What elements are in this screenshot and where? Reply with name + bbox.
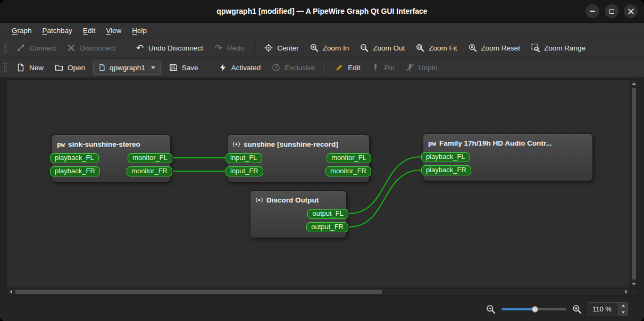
node-title: Discord Output: [266, 196, 319, 204]
zoom-reset-button[interactable]: Zoom Reset: [463, 40, 525, 55]
port-sink-monitor_FR[interactable]: monitor_FR: [127, 166, 172, 176]
port-row: playback_FL: [423, 151, 592, 164]
activated-button[interactable]: Activated: [213, 60, 266, 75]
exclusive-button: f Exclusive: [266, 60, 320, 75]
spin-down-button[interactable]: [619, 309, 628, 316]
titlebar[interactable]: qpwgraph1 [modified] — A PipeWire Graph …: [0, 0, 644, 23]
menu-view-label: View: [106, 27, 121, 35]
toolbar-grip[interactable]: [3, 62, 7, 73]
pipewire-icon: pw: [428, 139, 436, 147]
undo-disconnect-button[interactable]: ↶ Undo Disconnect: [130, 40, 208, 55]
zoom-slider-handle[interactable]: [532, 306, 538, 312]
center-button[interactable]: Center: [259, 40, 304, 55]
node-title: Family 17h/19h HD Audio Contr...: [439, 139, 552, 147]
redo-icon: ↷: [214, 43, 223, 53]
horizontal-scrollbar-thumb[interactable]: [15, 290, 382, 294]
close-button[interactable]: [624, 4, 638, 18]
port-discord-output_FR[interactable]: output_FR: [306, 222, 348, 232]
node-title: sunshine [sunshine-record]: [244, 140, 338, 148]
menu-graph-label: Graph: [12, 27, 32, 35]
port-row: input_FLmonitor_FL: [228, 152, 369, 165]
port-sink-playback_FL[interactable]: playback_FL: [50, 153, 99, 163]
zoom-spinbox[interactable]: 110 %: [588, 302, 628, 316]
port-sunshine-input_FR[interactable]: input_FR: [225, 166, 263, 176]
disconnect-label: Disconnect: [80, 44, 115, 52]
port-family-playback_FR[interactable]: playback_FR: [421, 165, 471, 175]
window-title: qpwgraph1 [modified] — A PipeWire Graph …: [216, 7, 427, 15]
activated-bolt-icon: [218, 63, 228, 72]
edit-button[interactable]: Edit: [330, 60, 365, 75]
activated-label: Activated: [231, 64, 261, 72]
connect-button: Connect: [11, 40, 61, 55]
save-icon: [169, 63, 178, 72]
toolbar-separator: [208, 62, 208, 73]
menubar: Graph Patchbay Edit View Help: [0, 23, 644, 38]
edit-label: Edit: [348, 64, 360, 72]
port-row: playback_FLmonitor_FL: [52, 152, 170, 165]
graph-canvas[interactable]: pwsink-sunshine-stereoplayback_FLmonitor…: [6, 79, 630, 288]
menu-graph[interactable]: Graph: [6, 23, 37, 38]
undo-label: Undo Disconnect: [148, 44, 203, 52]
zoom-in-small-icon[interactable]: [572, 305, 582, 314]
port-row: input_FRmonitor_FR: [228, 165, 369, 179]
center-icon: [264, 43, 273, 53]
scroll-right-arrow[interactable]: [622, 289, 630, 295]
menu-edit[interactable]: Edit: [78, 23, 101, 38]
scroll-left-arrow[interactable]: [7, 289, 14, 295]
scroll-down-arrow[interactable]: [631, 280, 637, 288]
zoom-in-button[interactable]: Zoom In: [305, 40, 354, 55]
vertical-scrollbar-thumb[interactable]: [632, 88, 636, 280]
zoom-fit-button[interactable]: Zoom Fit: [411, 40, 462, 55]
open-button[interactable]: Open: [49, 60, 90, 75]
port-sunshine-monitor_FL[interactable]: monitor_FL: [327, 153, 371, 163]
vertical-scrollbar[interactable]: [630, 79, 638, 288]
zoom-in-icon: [310, 43, 319, 53]
zoom-out-icon: [359, 43, 369, 53]
port-discord-output_FL[interactable]: output_FL: [307, 209, 348, 219]
maximize-icon: [609, 9, 614, 14]
disconnect-button: Disconnect: [62, 40, 120, 55]
port-sink-monitor_FL[interactable]: monitor_FL: [128, 153, 172, 163]
scroll-up-arrow[interactable]: [631, 80, 637, 87]
menu-view[interactable]: View: [101, 23, 127, 38]
pin-label: Pin: [384, 64, 395, 72]
graph-node-family[interactable]: pwFamily 17h/19h HD Audio Contr...playba…: [423, 133, 593, 181]
minimize-button[interactable]: [586, 4, 599, 18]
menu-patchbay[interactable]: Patchbay: [37, 23, 78, 38]
zoom-slider[interactable]: [501, 305, 566, 314]
toolbar-grip[interactable]: [3, 42, 7, 54]
port-sunshine-monitor_FR[interactable]: monitor_FR: [325, 166, 371, 176]
new-button[interactable]: New: [11, 60, 48, 75]
close-icon: [628, 8, 634, 14]
patchbay-combobox[interactable]: qpwgraph1: [93, 61, 161, 75]
port-sink-playback_FR[interactable]: playback_FR: [50, 166, 100, 176]
zoom-out-button[interactable]: Zoom Out: [355, 40, 409, 55]
toolbar-separator: [254, 42, 254, 54]
pipewire-icon: pw: [57, 140, 65, 148]
pin-button: Pin: [366, 60, 399, 75]
graph-node-sunshine[interactable]: sunshine [sunshine-record]input_FLmonito…: [227, 134, 370, 182]
port-family-playback_FL[interactable]: playback_FL: [421, 152, 470, 162]
zoom-range-icon: [531, 43, 540, 53]
center-label: Center: [277, 44, 299, 52]
application-icon: [255, 196, 263, 204]
open-folder-icon: [54, 63, 64, 72]
graph-node-sink[interactable]: pwsink-sunshine-stereoplayback_FLmonitor…: [52, 134, 171, 182]
zoom-out-small-icon[interactable]: [486, 305, 496, 314]
save-button[interactable]: Save: [164, 60, 203, 75]
zoom-range-button[interactable]: Zoom Range: [526, 40, 590, 55]
spin-up-button[interactable]: [619, 303, 628, 309]
menu-patchbay-label: Patchbay: [43, 27, 72, 35]
maximize-button[interactable]: [605, 4, 618, 18]
menu-help[interactable]: Help: [127, 23, 152, 38]
horizontal-scrollbar[interactable]: [6, 288, 630, 295]
menu-help-label: Help: [132, 27, 147, 35]
port-sunshine-input_FL[interactable]: input_FL: [225, 153, 262, 163]
scrollbar-corner: [630, 288, 638, 295]
menu-edit-label: Edit: [83, 27, 95, 35]
graph-node-discord[interactable]: Discord Outputoutput_FLoutput_FR: [250, 190, 347, 238]
redo-button: ↷ Redo: [209, 40, 249, 55]
node-titlebar: Discord Output: [250, 191, 346, 208]
zoom-fit-label: Zoom Fit: [429, 44, 457, 52]
new-file-icon: [16, 63, 26, 72]
